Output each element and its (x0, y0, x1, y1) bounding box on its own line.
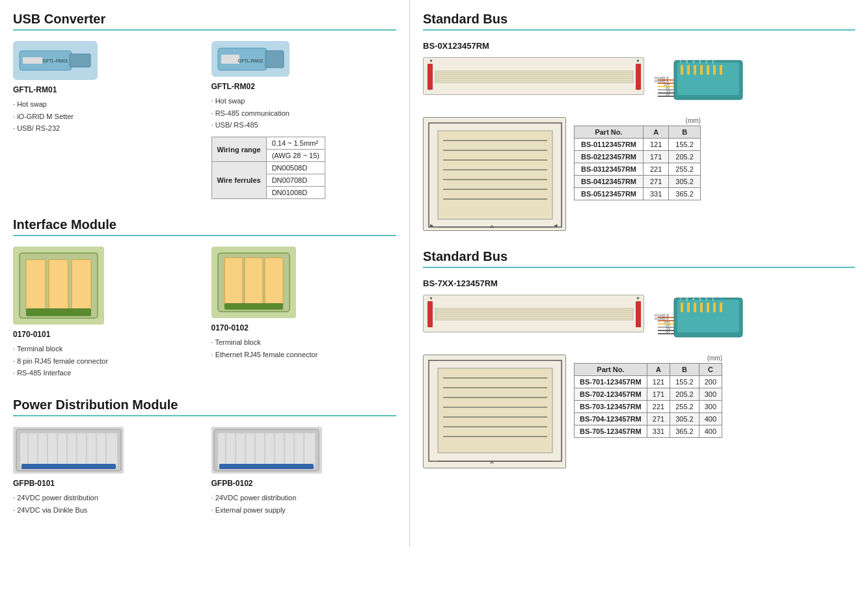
bus2-subtitle: BS-7XX-123457RM (423, 278, 855, 288)
bus1-flat-diagram: ▼ ▼ (423, 57, 644, 95)
iface-0101-f1: Terminal block (13, 343, 198, 355)
bus2-col-part: Part No. (575, 364, 647, 376)
svg-text:▼: ▼ (636, 59, 640, 63)
bus1-mm-note: (mm) (574, 117, 701, 124)
usb-rm01-f1: Hot swap (13, 98, 198, 111)
svg-text:▼: ▼ (636, 296, 640, 301)
part-no: BS-04123457RM (575, 176, 644, 188)
svg-rect-137 (438, 368, 552, 453)
iface-0101-name: 0170-0101 (13, 330, 198, 339)
power-0101-features: 24VDC power distribution 24VDC via Dinkl… (13, 492, 198, 516)
bus1-front-diagram: IO-GRID IO-GRID A B ▶ ◀ (423, 117, 566, 231)
power-section: Power Distribution Module (13, 397, 396, 516)
bus1-subtitle: BS-0X123457RM (423, 41, 855, 51)
power-0102-image (211, 427, 322, 474)
part-no: BS-705-123457RM (575, 425, 647, 438)
iface-0101-f2: 8 pin RJ45 female connector (13, 355, 198, 368)
usb-rm02-f3: USB/ RS-485 (211, 119, 397, 131)
svg-rect-41 (219, 464, 314, 469)
usb-item-1: GFTL-RM01 GFTL-RM01 Hot swap iO-GRID M S… (13, 41, 198, 199)
usb-rm02-name: GFTL-RM02 (211, 82, 397, 91)
svg-rect-19 (20, 433, 117, 467)
table-row: BS-702-123457RM171205.2300 (575, 388, 722, 401)
bus1-table-container: (mm) Part No. A B BS-01123457RM121155.2B… (574, 117, 701, 200)
svg-rect-44 (636, 64, 641, 90)
iface-0101-image (13, 247, 104, 325)
power-0102-f2: External power supply (211, 504, 397, 517)
ferrule-1: DN00508D (266, 162, 325, 174)
svg-rect-15 (245, 258, 263, 307)
svg-rect-111 (687, 303, 690, 312)
table-row: BS-704-123457RM271305.2400 (575, 413, 722, 425)
part-no: BS-05123457RM (575, 188, 644, 200)
table-row: BS-05123457RM331365.2 (575, 188, 701, 200)
iface-0102-f2: Ethernet RJ45 female connector (211, 349, 397, 361)
svg-text:0V: 0V (666, 92, 670, 96)
power-items: GFPB-0101 24VDC power distribution 24VDC… (13, 427, 396, 516)
power-0101-image (13, 427, 124, 474)
bus2-col-b: B (670, 364, 699, 376)
part-no: BS-704-123457RM (575, 413, 647, 425)
svg-rect-16 (265, 258, 283, 307)
standard-bus-1-section: Standard Bus BS-0X123457RM (423, 12, 855, 231)
usb-rm01-name: GFTL-RM01 (13, 85, 198, 94)
svg-rect-110 (681, 303, 683, 312)
iface-0102-f1: Terminal block (211, 336, 397, 349)
svg-rect-112 (694, 303, 696, 312)
usb-item-2: GFTL-RM02 GFTL-RM02 Hot swap RS-485 comm… (211, 41, 397, 199)
usb-rm02-features: Hot swap RS-485 communication USB/ RS-48… (211, 95, 397, 131)
power-0102-f1: 24VDC power distribution (211, 492, 397, 504)
usb-items: GFTL-RM01 GFTL-RM01 Hot swap iO-GRID M S… (13, 41, 396, 199)
svg-rect-1 (70, 54, 90, 67)
wiring-range-label: Wiring range (211, 137, 266, 162)
bus1-col-part: Part No. (575, 126, 644, 139)
table-row: BS-02123457RM171205.2 (575, 151, 701, 163)
svg-rect-58 (700, 65, 703, 75)
bus2-connector-image: 7 5 4 3 2 1 RS485 B RS485 A (655, 295, 746, 347)
part-no: BS-01123457RM (575, 139, 644, 151)
svg-rect-116 (720, 303, 722, 312)
svg-rect-10 (49, 260, 68, 312)
ferrule-3: DN01008D (266, 187, 325, 199)
table-row: BS-03123457RM221255.2 (575, 163, 701, 176)
svg-rect-61 (720, 65, 722, 75)
svg-rect-57 (694, 65, 696, 75)
usb-rm01-f2: iO-GRID M Setter (13, 111, 198, 123)
power-title: Power Distribution Module (13, 397, 396, 416)
table-row: BS-705-123457RM331365.2400 (575, 425, 722, 438)
svg-text:▼: ▼ (429, 296, 433, 301)
part-no: BS-03123457RM (575, 163, 644, 176)
svg-rect-114 (707, 303, 709, 312)
bus2-col-c: C (699, 364, 722, 376)
usb-converter-title: USB Converter (13, 12, 396, 31)
iface-0101-features: Terminal block 8 pin RJ45 female connect… (13, 343, 198, 379)
svg-rect-82 (438, 131, 552, 219)
power-item-1: GFPB-0101 24VDC power distribution 24VDC… (13, 427, 198, 516)
usb-rm02-f2: RS-485 communication (211, 107, 397, 120)
usb-rm01-f3: USB/ RS-232 (13, 122, 198, 135)
svg-rect-29 (21, 464, 116, 469)
bus1-title: Standard Bus (423, 12, 855, 31)
bus2-flat-diagram: ▼ ▼ (423, 295, 644, 332)
svg-text:▼: ▼ (429, 59, 433, 63)
wire-ferrules-label: Wire ferrules (211, 162, 266, 199)
svg-rect-113 (700, 303, 703, 312)
part-no: BS-702-123457RM (575, 388, 647, 401)
svg-rect-2 (23, 57, 42, 64)
wiring-range-val2: (AWG 28 ~ 15) (266, 150, 325, 162)
bus1-col-b: B (669, 126, 701, 139)
table-row: BS-703-123457RM221255.2300 (575, 401, 722, 413)
bus2-title: Standard Bus (423, 249, 855, 268)
wiring-table: Wiring range 0.14 ~ 1.5mm² (AWG 28 ~ 15)… (211, 137, 325, 199)
table-row: BS-01123457RM121155.2 (575, 139, 701, 151)
power-0101-f2: 24VDC via Dinkle Bus (13, 504, 198, 517)
svg-rect-115 (713, 303, 716, 312)
svg-rect-56 (687, 65, 690, 75)
power-0101-name: GFPB-0101 (13, 479, 198, 488)
table-row: BS-701-123457RM121155.2200 (575, 376, 722, 388)
power-0101-f1: 24VDC power distribution (13, 492, 198, 504)
bus2-front-diagram: IO-GRID IO-GRID A (423, 355, 566, 468)
svg-text:GFTL-RM02: GFTL-RM02 (237, 59, 263, 63)
bus2-col-a: A (647, 364, 670, 376)
part-no: BS-701-123457RM (575, 376, 647, 388)
